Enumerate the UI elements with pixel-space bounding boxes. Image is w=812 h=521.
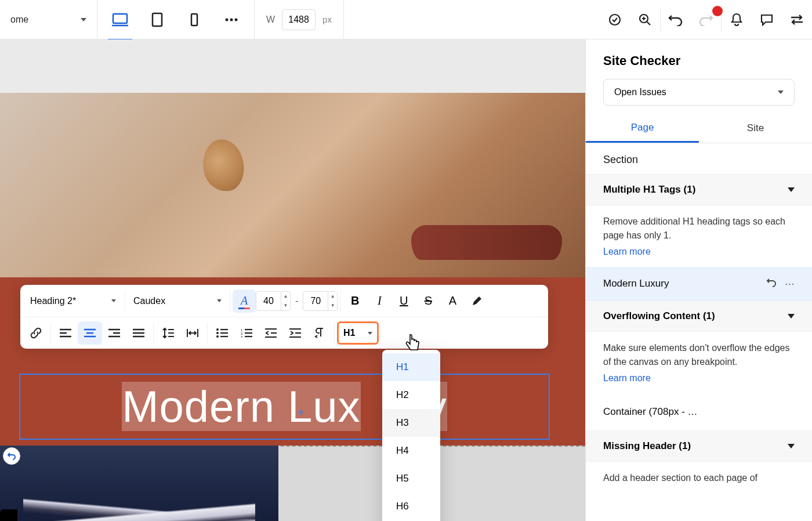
issues-filter-select[interactable]: Open Issues (603, 79, 795, 106)
chevron-down-icon (788, 314, 795, 319)
issue-item-modern-luxury[interactable]: Modern Luxury ⋯ (586, 267, 812, 301)
line-spacing-button[interactable] (156, 321, 180, 345)
mobile-device-button[interactable] (182, 8, 206, 32)
tag-option-h5[interactable]: H5 (382, 465, 440, 493)
bullet-list-button[interactable] (210, 321, 234, 345)
step-up[interactable]: ▲ (281, 292, 290, 301)
align-left-button[interactable] (53, 321, 78, 345)
issue-body-overflow: Make sure elements don't overflow the ed… (586, 332, 812, 393)
page-name: ome (10, 15, 28, 25)
tag-option-h4[interactable]: H4 (382, 437, 440, 465)
desktop-device-button[interactable] (108, 8, 132, 32)
letter-spacing-button[interactable] (180, 321, 205, 345)
undo-badge[interactable] (3, 447, 20, 465)
indent-button[interactable] (283, 321, 307, 345)
chevron-down-icon (788, 444, 795, 448)
tag-option-h1[interactable]: H1 (382, 353, 440, 381)
width-unit: px (322, 15, 332, 24)
align-center-button[interactable] (78, 321, 102, 345)
font-size-input[interactable]: ▲▼ (256, 291, 291, 311)
tab-page[interactable]: Page (586, 114, 699, 143)
issue-body-h1: Remove additional H1 heading tags so eac… (586, 205, 812, 267)
font-color-button[interactable]: A (440, 290, 465, 313)
link-button[interactable] (24, 321, 48, 345)
width-label: W (266, 15, 275, 25)
check-button[interactable] (600, 0, 630, 39)
chevron-down-icon (368, 332, 372, 335)
step-down[interactable]: ▼ (328, 301, 337, 310)
text-style-label: Heading 2* (30, 296, 76, 306)
canvas-width-control: W px (255, 0, 344, 39)
html-tag-select[interactable]: H1 (337, 321, 379, 345)
text-style-select[interactable]: Heading 2* (24, 290, 122, 313)
learn-more-link[interactable]: Learn more (603, 371, 651, 385)
svg-point-5 (230, 18, 233, 21)
canvas[interactable]: Modern Lux y + Create I'm a Heading 2* C… (0, 39, 585, 521)
line-height-input[interactable]: ▲▼ (303, 291, 338, 311)
tab-site[interactable]: Site (699, 114, 812, 143)
issue-header-overflow[interactable]: Overflowing Content (1) (586, 301, 812, 332)
more-devices-button[interactable] (219, 8, 244, 32)
bold-button[interactable]: B (343, 290, 367, 313)
checker-tabs: Page Site (586, 114, 812, 143)
undo-button[interactable] (661, 0, 691, 39)
outdent-button[interactable] (259, 321, 283, 345)
create-tab[interactable]: Create (0, 509, 17, 521)
underline-button[interactable]: U (392, 290, 416, 313)
notification-badge (712, 6, 723, 16)
edit-button[interactable] (465, 290, 489, 313)
svg-rect-2 (153, 13, 162, 26)
issue-header-missing-header[interactable]: Missing Header (1) (586, 430, 812, 462)
issue-header-h1[interactable]: Multiple H1 Tags (1) (586, 174, 812, 205)
section-label: Section (586, 143, 812, 174)
tag-dropdown-menu: H1 H2 H3 H4 H5 H6 P (382, 350, 440, 521)
tablet-device-button[interactable] (145, 8, 169, 32)
step-down[interactable]: ▼ (281, 301, 290, 310)
svg-point-28 (216, 332, 219, 334)
selected-heading-element[interactable]: Modern Lux y + (19, 374, 550, 440)
svg-point-27 (216, 328, 219, 331)
transfer-button[interactable] (782, 0, 812, 39)
more-icon[interactable]: ⋯ (785, 278, 795, 290)
tag-option-h2[interactable]: H2 (382, 381, 440, 409)
zoom-button[interactable] (630, 0, 660, 39)
site-checker-panel: Site Checker Open Issues Page Site Secti… (585, 39, 812, 521)
italic-button[interactable]: I (367, 290, 392, 313)
comments-button[interactable] (752, 0, 782, 39)
chevron-down-icon (81, 18, 86, 21)
svg-rect-3 (191, 14, 197, 26)
strikethrough-button[interactable]: S (416, 290, 440, 313)
hero-image (0, 93, 585, 277)
heading-text-highlighted: Modern Lux (122, 382, 360, 431)
font-family-select[interactable]: Caudex (128, 290, 227, 313)
svg-point-4 (226, 18, 229, 21)
tag-option-h6[interactable]: H6 (382, 493, 440, 520)
page-selector[interactable]: ome (0, 0, 97, 39)
dash: - (291, 296, 303, 306)
align-justify-button[interactable] (126, 321, 151, 345)
revert-icon[interactable] (766, 278, 777, 290)
notifications-button[interactable] (722, 0, 752, 39)
chevron-down-icon (788, 187, 795, 192)
issue-body-missing-header: Add a header section to each page of (586, 462, 812, 493)
svg-point-7 (610, 15, 620, 25)
numbered-list-button[interactable]: 123 (234, 321, 259, 345)
pointer-cursor-icon (404, 334, 423, 357)
filter-label: Open Issues (614, 87, 666, 97)
text-direction-button[interactable] (307, 321, 332, 345)
width-input[interactable] (282, 9, 316, 30)
tag-option-h3[interactable]: H3 (382, 409, 440, 437)
learn-more-link[interactable]: Learn more (603, 245, 651, 259)
text-format-toolbar: Heading 2* Caudex A ▲▼ - ▲▼ B I U (20, 285, 548, 349)
tag-label: H1 (343, 328, 355, 338)
font-family-label: Caudex (133, 296, 165, 306)
svg-point-6 (235, 18, 238, 21)
panel-title: Site Checker (586, 39, 812, 79)
align-right-button[interactable] (102, 321, 126, 345)
issue-item-container[interactable]: Container (708px - … (586, 393, 812, 430)
device-switcher (97, 0, 255, 39)
step-up[interactable]: ▲ (328, 292, 337, 301)
text-color-button[interactable]: A (233, 290, 256, 313)
svg-point-29 (216, 335, 219, 338)
mountain-image (0, 446, 278, 521)
